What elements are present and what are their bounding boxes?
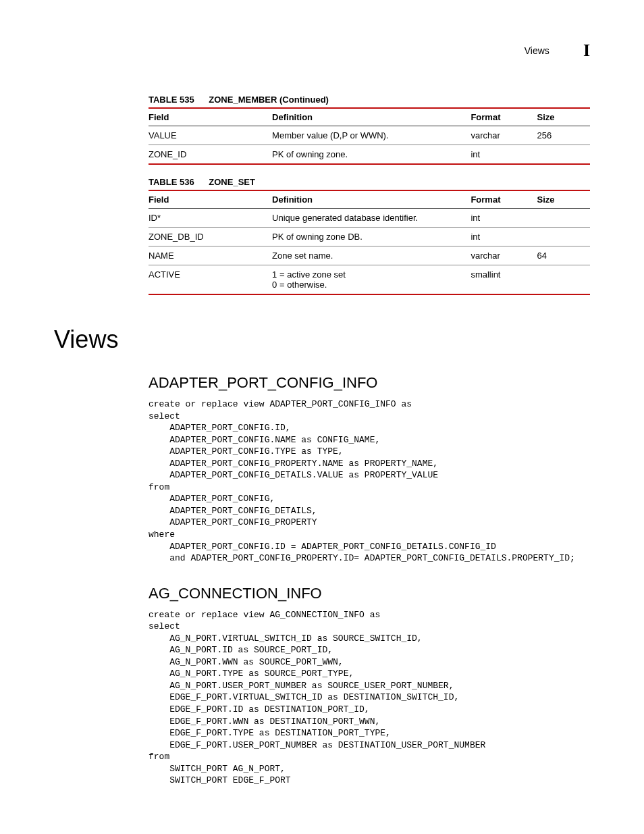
cell-format: int [471,145,537,165]
col-size: Size [537,190,591,209]
cell-format: varchar [471,246,537,265]
chapter-letter: I [583,41,590,61]
col-size: Size [537,108,591,126]
sql-block-adapter-port-config-info: create or replace view ADAPTER_PORT_CONF… [149,398,590,565]
cell-field: ACTIVE [149,265,272,295]
cell-field: ZONE_DB_ID [149,228,272,246]
cell-definition: Member value (D,P or WWN). [272,126,471,145]
table-row: ID* Unique generated database identifier… [149,209,590,228]
col-definition: Definition [272,190,471,209]
col-field: Field [149,108,272,126]
table-536-label: TABLE 536 [149,177,194,187]
table-536-title: ZONE_SET [209,177,255,187]
cell-format: smallint [471,265,537,295]
cell-field: VALUE [149,126,272,145]
table-535: Field Definition Format Size VALUE Membe… [149,107,590,165]
cell-size: 64 [537,246,591,265]
running-title: Views [525,45,549,56]
section-heading-views: Views [54,325,590,354]
cell-field: NAME [149,246,272,265]
table-header-row: Field Definition Format Size [149,190,590,209]
view-heading-adapter-port-config-info: ADAPTER_PORT_CONFIG_INFO [149,374,590,392]
col-definition: Definition [272,108,471,126]
page-header: Views I [54,41,590,61]
table-row: VALUE Member value (D,P or WWN). varchar… [149,126,590,145]
col-field: Field [149,190,272,209]
cell-size [537,265,591,295]
cell-format: int [471,209,537,228]
cell-format: int [471,228,537,246]
table-535-label: TABLE 535 [149,95,194,105]
cell-format: varchar [471,126,537,145]
table-header-row: Field Definition Format Size [149,108,590,126]
col-format: Format [471,190,537,209]
table-535-caption: TABLE 535 ZONE_MEMBER (Continued) [149,95,590,105]
cell-definition: PK of owning zone DB. [272,228,471,246]
table-row: ACTIVE 1 = active zone set 0 = otherwise… [149,265,590,295]
cell-size [537,228,591,246]
cell-definition: PK of owning zone. [272,145,471,165]
col-format: Format [471,108,537,126]
table-row: NAME Zone set name. varchar 64 [149,246,590,265]
table-536-caption: TABLE 536 ZONE_SET [149,177,590,187]
view-heading-ag-connection-info: AG_CONNECTION_INFO [149,585,590,602]
cell-size [537,209,591,228]
table-row: ZONE_DB_ID PK of owning zone DB. int [149,228,590,246]
table-535-title: ZONE_MEMBER (Continued) [209,95,329,105]
cell-definition: 1 = active zone set 0 = otherwise. [272,265,471,295]
cell-size [537,145,591,165]
table-row: ZONE_ID PK of owning zone. int [149,145,590,165]
cell-field: ZONE_ID [149,145,272,165]
table-536: Field Definition Format Size ID* Unique … [149,190,590,295]
cell-size: 256 [537,126,591,145]
cell-definition: Unique generated database identifier. [272,209,471,228]
cell-definition: Zone set name. [272,246,471,265]
sql-block-ag-connection-info: create or replace view AG_CONNECTION_INF… [149,609,590,787]
cell-field: ID* [149,209,272,228]
